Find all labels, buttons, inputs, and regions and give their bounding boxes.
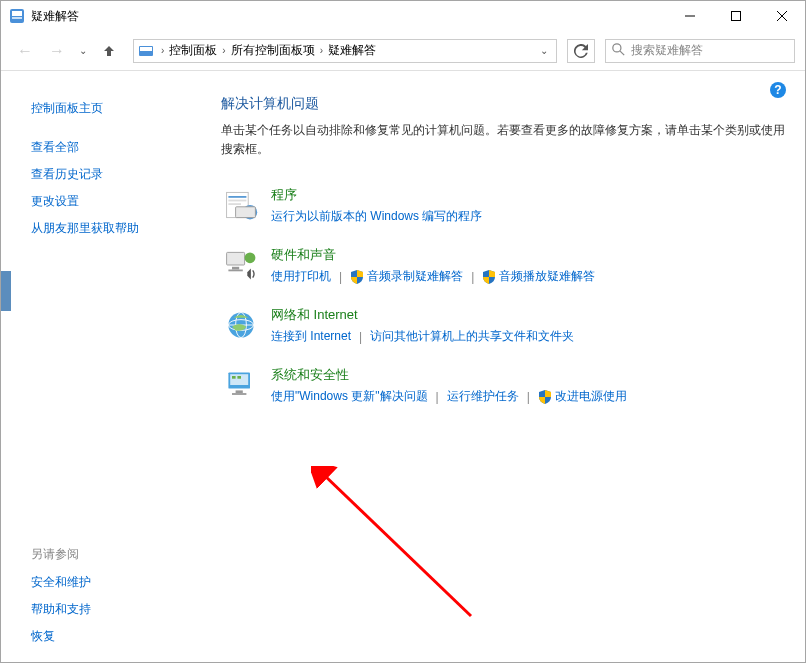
chevron-right-icon: › — [158, 45, 167, 56]
see-also-heading: 另请参阅 — [31, 540, 181, 569]
troubleshoot-link[interactable]: 运行为以前版本的 Windows 编写的程序 — [271, 208, 482, 225]
svg-point-9 — [613, 43, 621, 51]
breadcrumb: › 控制面板 › 所有控制面板项 › 疑难解答 — [158, 42, 536, 59]
system-security-icon — [221, 365, 261, 405]
search-input[interactable]: 搜索疑难解答 — [605, 39, 795, 63]
svg-rect-16 — [228, 204, 241, 206]
programs-icon — [221, 185, 261, 225]
svg-rect-15 — [228, 200, 246, 202]
svg-text:?: ? — [774, 83, 781, 97]
chevron-right-icon: › — [317, 45, 326, 56]
window-controls — [667, 1, 805, 31]
separator: | — [519, 390, 538, 404]
maximize-button[interactable] — [713, 1, 759, 31]
category-title[interactable]: 系统和安全性 — [271, 366, 349, 388]
main-panel: ? 解决计算机问题 单击某个任务以自动排除和修复常见的计算机问题。若要查看更多的… — [201, 71, 805, 662]
svg-rect-30 — [232, 393, 246, 395]
troubleshoot-link[interactable]: 连接到 Internet — [271, 328, 351, 345]
separator: | — [428, 390, 447, 404]
svg-rect-8 — [140, 47, 152, 51]
svg-point-22 — [245, 253, 256, 264]
refresh-button[interactable] — [567, 39, 595, 63]
category-title[interactable]: 硬件和声音 — [271, 246, 336, 268]
decorative-edge — [1, 271, 11, 311]
category-hardware-sound: 硬件和声音 使用打印机 | 音频录制疑难解答 | 音频播放疑难解答 — [221, 237, 785, 297]
troubleshoot-link-windows-update[interactable]: 使用"Windows 更新"解决问题 — [271, 388, 428, 405]
category-title[interactable]: 网络和 Internet — [271, 306, 358, 328]
category-network: 网络和 Internet 连接到 Internet | 访问其他计算机上的共享文… — [221, 297, 785, 357]
sidebar-link[interactable]: 更改设置 — [31, 188, 181, 215]
svg-rect-14 — [228, 196, 246, 198]
troubleshoot-link[interactable]: 音频录制疑难解答 — [367, 268, 463, 285]
troubleshoot-link[interactable]: 音频播放疑难解答 — [499, 268, 595, 285]
svg-rect-21 — [228, 270, 242, 272]
category-system-security: 系统和安全性 使用"Windows 更新"解决问题 | 运行维护任务 | 改进电… — [221, 357, 785, 417]
svg-rect-31 — [232, 376, 236, 379]
svg-rect-2 — [12, 17, 22, 19]
svg-rect-29 — [236, 391, 243, 394]
shield-icon — [350, 270, 364, 284]
troubleshoot-link[interactable]: 改进电源使用 — [555, 388, 627, 405]
page-description: 单击某个任务以自动排除和修复常见的计算机问题。若要查看更多的故障修复方案，请单击… — [221, 121, 785, 177]
app-icon — [9, 8, 25, 24]
search-placeholder: 搜索疑难解答 — [631, 42, 703, 59]
address-dropdown-icon[interactable]: ⌄ — [536, 45, 552, 56]
troubleshoot-link[interactable]: 运行维护任务 — [447, 388, 519, 405]
troubleshoot-link[interactable]: 访问其他计算机上的共享文件和文件夹 — [370, 328, 574, 345]
nav-up-button[interactable] — [95, 37, 123, 65]
separator: | — [331, 270, 350, 284]
svg-rect-19 — [227, 253, 245, 266]
svg-rect-20 — [232, 267, 239, 270]
navbar: ← → ⌄ › 控制面板 › 所有控制面板项 › 疑难解答 ⌄ — [1, 31, 805, 71]
separator: | — [463, 270, 482, 284]
address-bar[interactable]: › 控制面板 › 所有控制面板项 › 疑难解答 ⌄ — [133, 39, 557, 63]
close-button[interactable] — [759, 1, 805, 31]
troubleshoot-link[interactable]: 使用打印机 — [271, 268, 331, 285]
help-icon[interactable]: ? — [769, 81, 787, 99]
svg-rect-18 — [236, 207, 256, 218]
separator: | — [351, 330, 370, 344]
sidebar: 控制面板主页 查看全部 查看历史记录 更改设置 从朋友那里获取帮助 另请参阅 安… — [1, 71, 201, 662]
breadcrumb-item[interactable]: 疑难解答 — [326, 42, 378, 59]
breadcrumb-item[interactable]: 所有控制面板项 — [229, 42, 317, 59]
category-programs: 程序 运行为以前版本的 Windows 编写的程序 — [221, 177, 785, 237]
titlebar: 疑难解答 — [1, 1, 805, 31]
sidebar-seealso-link[interactable]: 安全和维护 — [31, 569, 181, 596]
svg-rect-1 — [12, 11, 22, 16]
minimize-button[interactable] — [667, 1, 713, 31]
chevron-right-icon: › — [219, 45, 228, 56]
nav-history-dropdown[interactable]: ⌄ — [75, 45, 91, 56]
sidebar-seealso-link[interactable]: 恢复 — [31, 623, 181, 650]
window-title: 疑难解答 — [31, 8, 667, 25]
page-title: 解决计算机问题 — [221, 95, 785, 121]
sidebar-link[interactable]: 从朋友那里获取帮助 — [31, 215, 181, 242]
network-icon — [221, 305, 261, 345]
svg-rect-4 — [732, 12, 741, 21]
window-frame: 疑难解答 ← → ⌄ › 控制面板 › — [0, 0, 806, 663]
breadcrumb-item[interactable]: 控制面板 — [167, 42, 219, 59]
svg-rect-28 — [230, 375, 248, 386]
shield-icon — [538, 390, 552, 404]
shield-icon — [482, 270, 496, 284]
nav-forward-button[interactable]: → — [43, 37, 71, 65]
sidebar-link[interactable]: 查看全部 — [31, 134, 181, 161]
content-area: 控制面板主页 查看全部 查看历史记录 更改设置 从朋友那里获取帮助 另请参阅 安… — [1, 71, 805, 662]
svg-line-10 — [620, 51, 624, 55]
sidebar-link[interactable]: 查看历史记录 — [31, 161, 181, 188]
category-title[interactable]: 程序 — [271, 186, 297, 208]
svg-rect-32 — [237, 376, 241, 379]
location-icon — [138, 43, 154, 59]
search-icon — [612, 43, 625, 59]
hardware-sound-icon — [221, 245, 261, 285]
sidebar-seealso-link[interactable]: 帮助和支持 — [31, 596, 181, 623]
sidebar-home-link[interactable]: 控制面板主页 — [31, 95, 181, 122]
nav-back-button[interactable]: ← — [11, 37, 39, 65]
